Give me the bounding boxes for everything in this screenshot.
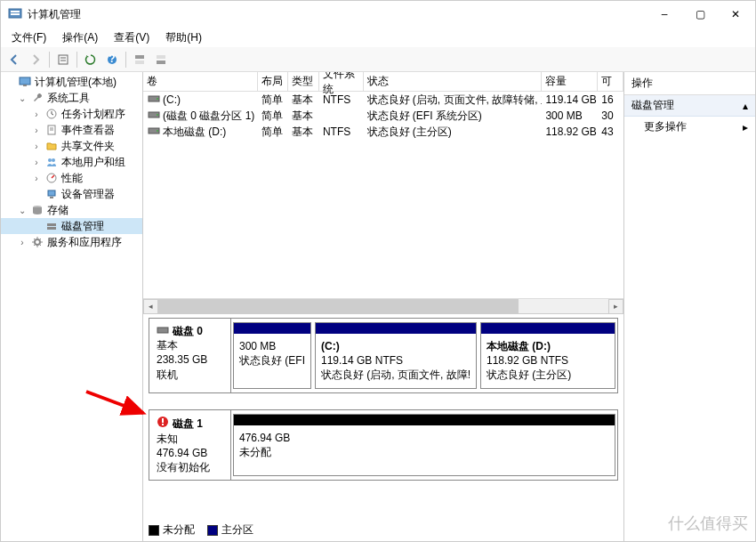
svg-rect-11 xyxy=(157,61,165,64)
svg-rect-3 xyxy=(59,55,68,64)
wrench-icon xyxy=(30,91,44,105)
tree-local-users[interactable]: ›本地用户和组 xyxy=(1,154,142,170)
svg-rect-25 xyxy=(47,227,56,230)
legend-primary-swatch xyxy=(207,525,218,536)
partition[interactable]: 476.94 GB未分配 xyxy=(233,414,615,477)
forward-button[interactable] xyxy=(26,50,45,69)
legend-unalloc-swatch xyxy=(149,525,159,536)
svg-rect-10 xyxy=(157,55,165,59)
users-icon xyxy=(44,155,59,169)
disk-block: 磁盘 0基本238.35 GB联机300 MB状态良好 (EFI(C:)119.… xyxy=(149,318,618,393)
svg-point-19 xyxy=(52,158,55,162)
horizontal-scrollbar[interactable]: ◂ ▸ xyxy=(143,298,623,313)
svg-text:?: ? xyxy=(109,53,115,65)
partition[interactable]: 本地磁盘 (D:)118.92 GB NTFS状态良好 (主分区) xyxy=(480,322,615,389)
window-title: 计算机管理 xyxy=(28,7,647,22)
disk-label[interactable]: 磁盘 1未知476.94 GB没有初始化 xyxy=(149,410,231,481)
partition[interactable]: (C:)119.14 GB NTFS状态良好 (启动, 页面文件, 故障! xyxy=(315,322,477,389)
services-icon xyxy=(30,235,44,249)
tree-shared-folders[interactable]: ›共享文件夹 xyxy=(1,138,142,154)
close-button[interactable]: ✕ xyxy=(718,2,753,27)
svg-point-28 xyxy=(157,98,158,100)
tree-event-viewer[interactable]: ›事件查看器 xyxy=(1,122,142,138)
svg-rect-12 xyxy=(20,77,30,85)
submenu-icon: ▸ xyxy=(743,121,748,133)
center-panel: 卷 布局 类型 文件系统 状态 容量 可 (C:)简单基本NTFS状态良好 (启… xyxy=(143,72,624,541)
col-filesystem[interactable]: 文件系统 xyxy=(319,72,364,91)
menubar: 文件(F) 操作(A) 查看(V) 帮助(H) xyxy=(1,28,755,47)
svg-point-32 xyxy=(157,130,158,132)
computer-icon xyxy=(18,75,32,89)
col-free[interactable]: 可 xyxy=(598,72,623,91)
storage-icon xyxy=(30,203,44,217)
volume-table: 卷 布局 类型 文件系统 状态 容量 可 (C:)简单基本NTFS状态良好 (启… xyxy=(143,72,623,314)
volume-row[interactable]: (C:)简单基本NTFS状态良好 (启动, 页面文件, 故障转储, 主分区)11… xyxy=(143,92,623,108)
actions-category[interactable]: 磁盘管理▴ xyxy=(624,95,755,117)
maximize-button[interactable]: ▢ xyxy=(682,2,718,27)
svg-point-30 xyxy=(157,114,158,116)
volume-table-header: 卷 布局 类型 文件系统 状态 容量 可 xyxy=(143,72,623,92)
partition-bar xyxy=(234,323,310,334)
properties-button[interactable] xyxy=(53,50,73,69)
tree-storage[interactable]: ⌄存储 xyxy=(1,202,142,218)
tree-performance[interactable]: ›性能 xyxy=(1,170,142,186)
svg-rect-33 xyxy=(157,328,168,333)
partition-bar xyxy=(481,323,615,334)
disk-mgmt-icon xyxy=(44,219,59,233)
volume-row[interactable]: (磁盘 0 磁盘分区 1)简单基本状态良好 (EFI 系统分区)300 MB30 xyxy=(143,108,623,124)
minimize-button[interactable]: – xyxy=(647,2,682,27)
legend-primary-label: 主分区 xyxy=(221,522,253,538)
actions-panel: 操作 磁盘管理▴ 更多操作▸ xyxy=(624,72,755,541)
partition-bar xyxy=(234,415,615,425)
svg-point-18 xyxy=(48,158,52,162)
svg-rect-35 xyxy=(162,418,164,423)
toolbar: ? xyxy=(1,47,755,72)
tree-root[interactable]: 计算机管理(本地) xyxy=(1,74,142,90)
clock-icon xyxy=(44,107,59,121)
scroll-left-button[interactable]: ◂ xyxy=(143,299,158,314)
device-icon xyxy=(44,187,59,201)
col-type[interactable]: 类型 xyxy=(288,72,319,91)
tree-disk-management[interactable]: 磁盘管理 xyxy=(1,218,142,234)
col-capacity[interactable]: 容量 xyxy=(542,72,598,91)
partition-bar xyxy=(316,323,476,334)
performance-icon xyxy=(44,171,59,185)
legend-unalloc-label: 未分配 xyxy=(163,522,195,538)
svg-point-26 xyxy=(35,239,40,245)
col-layout[interactable]: 布局 xyxy=(258,72,289,91)
titlebar: 计算机管理 – ▢ ✕ xyxy=(1,1,755,28)
back-button[interactable] xyxy=(4,50,24,69)
menu-file[interactable]: 文件(F) xyxy=(4,28,53,47)
view-top-button[interactable] xyxy=(130,50,149,69)
view-bottom-button[interactable] xyxy=(151,50,171,69)
collapse-icon: ▴ xyxy=(743,100,748,112)
actions-more[interactable]: 更多操作▸ xyxy=(624,117,755,137)
scroll-right-button[interactable]: ▸ xyxy=(608,299,623,314)
menu-view[interactable]: 查看(V) xyxy=(107,28,157,47)
menu-help[interactable]: 帮助(H) xyxy=(158,28,209,47)
partition[interactable]: 300 MB状态良好 (EFI xyxy=(233,322,311,389)
tree-system-tools[interactable]: ⌄系统工具 xyxy=(1,90,142,106)
tree-task-scheduler[interactable]: ›任务计划程序 xyxy=(1,106,142,122)
disk-graphics-area: 磁盘 0基本238.35 GB联机300 MB状态良好 (EFI(C:)119.… xyxy=(143,314,623,541)
menu-action[interactable]: 操作(A) xyxy=(55,28,105,47)
drive-icon xyxy=(147,110,161,119)
legend: 未分配 主分区 xyxy=(149,522,253,538)
tree-device-manager[interactable]: 设备管理器 xyxy=(1,186,142,202)
svg-rect-13 xyxy=(23,85,27,86)
volume-row[interactable]: 本地磁盘 (D:)简单基本NTFS状态良好 (主分区)118.92 GB43 xyxy=(143,124,623,140)
scroll-thumb[interactable] xyxy=(158,299,519,314)
refresh-button[interactable] xyxy=(81,50,101,69)
col-status[interactable]: 状态 xyxy=(364,72,543,91)
disk-icon xyxy=(157,324,169,338)
drive-icon xyxy=(147,94,161,103)
folder-share-icon xyxy=(44,139,59,153)
col-volume[interactable]: 卷 xyxy=(143,72,258,91)
svg-rect-2 xyxy=(11,13,20,15)
tree-services[interactable]: ›服务和应用程序 xyxy=(1,234,142,250)
help-button[interactable]: ? xyxy=(102,50,122,69)
svg-rect-21 xyxy=(48,190,55,196)
svg-rect-36 xyxy=(162,424,164,425)
disk-label[interactable]: 磁盘 0基本238.35 GB联机 xyxy=(149,319,231,392)
svg-rect-9 xyxy=(135,61,144,64)
